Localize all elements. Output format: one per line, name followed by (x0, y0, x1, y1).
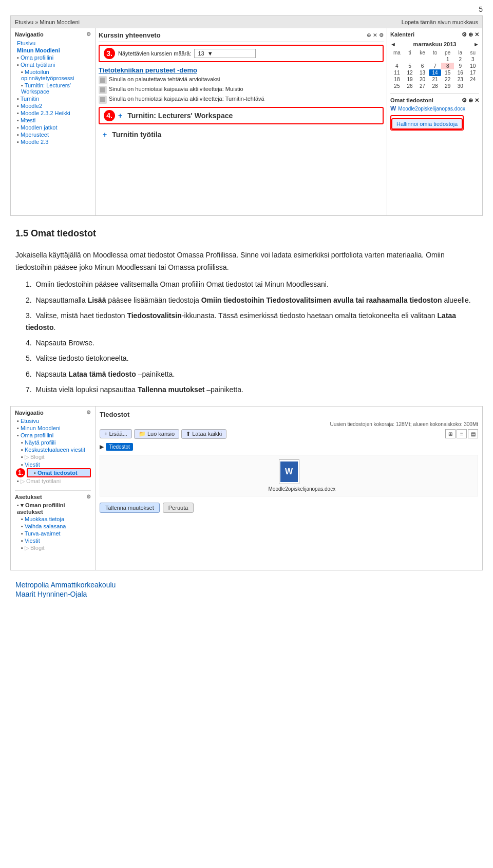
files-settings[interactable]: ⚙ (462, 97, 467, 104)
s2-keskustelualueen[interactable]: Keskustelualueen viestit (15, 446, 91, 453)
notification-icon-2 (99, 86, 107, 94)
screenshot-top: Etusivu » Minun Moodleni Lopeta tämän si… (10, 15, 483, 216)
detail-view-btn[interactable]: ▤ (468, 429, 478, 438)
sidebar-item-moodle23[interactable]: Moodle 2.3 (15, 138, 91, 145)
sidebar-item-turnitin[interactable]: Turnitin (15, 95, 91, 102)
s2-minun-moodleni[interactable]: Minun Moodleni (15, 424, 91, 432)
grid-view-btn[interactable]: ⊞ (445, 429, 456, 438)
day-header-pe: pe (441, 49, 454, 56)
manage-files-btn[interactable]: Hallinnoi omia tiedostoja (391, 118, 463, 130)
notification-3: Sinulla on huomiotasi kaipaavia aktiivit… (99, 96, 384, 104)
calendar-prev[interactable]: ◄ (390, 41, 396, 47)
footer: Metropolia Ammattikorkeakoulu Maarit Hyn… (15, 581, 478, 598)
plus-icon-2: + (103, 131, 107, 139)
sidebar-item-omat-tyotilani[interactable]: Omat työtilani (15, 61, 91, 68)
s2-etusivu[interactable]: Etusivu (15, 417, 91, 424)
add-icon: + (104, 431, 107, 437)
word-w-letter: W (280, 461, 298, 482)
list-view-btn[interactable]: ≡ (457, 429, 467, 438)
calendar-week-4: 18 19 20 21 22 23 24 (390, 76, 479, 83)
calendar-next[interactable]: ► (473, 41, 479, 47)
sidebar-item-moodle2[interactable]: Moodle2 (15, 102, 91, 109)
calendar-settings[interactable]: ⚙ (462, 31, 467, 38)
main-panel-header: Kurssin yhteenveto ⊕ ✕ ⚙ (99, 31, 384, 42)
file-grid-item-1: W Moodle2opiskelijanopas.docx (104, 459, 473, 492)
panel-controls: ⊕ ✕ ⚙ (367, 32, 384, 38)
save-changes-btn[interactable]: Tallenna muutokset (100, 503, 160, 513)
turnitin-workspace-link[interactable]: Turnitin: Lecturers' Workspace (127, 112, 233, 120)
sidebar2-nav-title: Navigaatio ⚙ (15, 410, 91, 416)
calendar-week-3: 11 12 13 14 15 16 17 (390, 69, 479, 76)
step3-highlight: 3. Näytettävien kurssien määrä: 13 ▼ (99, 45, 384, 62)
day-header-su: su (466, 49, 479, 56)
file-item-word[interactable]: W Moodle2opiskelijanopas.docx (390, 105, 479, 112)
sidebar-item-turnitin-workspace[interactable]: Turnitin: Lecturers' Workspace (15, 82, 91, 95)
calendar-week-1: 1 2 3 (390, 56, 479, 63)
s2-muokkaa-tietoja[interactable]: Muokkaa tietoja (15, 515, 91, 523)
asetukset-section: Asetukset ⚙ ▾ Oman profiilini asetukset … (15, 490, 91, 552)
turnitin-tyotila: + Turnitin työtila (99, 128, 384, 141)
calendar-week-2: 4 5 6 7 8 9 10 (390, 63, 479, 69)
s2-blogit[interactable]: ▷ Blogit (15, 453, 91, 461)
step-list-item-2: 2. Napsauttamalla Lisää pääsee lisäämään… (26, 294, 478, 306)
svg-rect-1 (100, 87, 105, 93)
step5-container: Hallinnoi omia tiedostoja (390, 115, 464, 131)
calendar-expand[interactable]: ⊕ (468, 31, 473, 38)
calendar-table: ma ti ke to pe la su 1 2 3 (390, 49, 479, 89)
sidebar-item-etusivu[interactable]: Etusivu (15, 40, 91, 47)
calendar-close[interactable]: ✕ (475, 31, 479, 38)
notification-icon-1 (99, 76, 107, 84)
sidebar-item-muotoilun[interactable]: Muotoilun opinnäytetyöprosessi (15, 68, 91, 82)
files-widget: Omat tiedostoni ⚙ ⊕ ✕ W Moodle2opiskelij… (390, 94, 479, 131)
s2-asetukset-blogit[interactable]: ▷ Blogit (15, 544, 91, 552)
sidebar-item-moodlen-jatkot[interactable]: Moodlen jatkot (15, 124, 91, 131)
s2-vaihda-salasana[interactable]: Vaihda salasana (15, 523, 91, 530)
create-folder-btn[interactable]: 📁 Luo kansio (134, 429, 179, 439)
step-list-item-4: 4. Napsauta Browse. (26, 337, 478, 348)
files-path-folder[interactable]: Tiedostot (106, 443, 133, 451)
asetukset-title: Asetukset ⚙ (15, 494, 91, 500)
sidebar-nav-title: Navigaatio ⚙ (15, 31, 91, 38)
upload-all-btn[interactable]: ⬆ Lataa kaikki (181, 429, 226, 439)
s2-omat-tyotilani[interactable]: ▷ Omat työtilani (15, 477, 91, 485)
notification-icon-3 (99, 96, 107, 104)
sidebar-item-mperusteet[interactable]: Mperusteet (15, 131, 91, 138)
turnitin-tyotila-label[interactable]: Turnitin työtila (112, 131, 161, 139)
sidebar-item-mtesti[interactable]: Mtesti (15, 117, 91, 124)
day-header-ke: ke (416, 49, 429, 56)
course-section: Tietotekniikan perusteet -demo Sinulla o… (99, 66, 384, 104)
s2-viestit[interactable]: Viestit (15, 461, 91, 468)
s2-turva-avaimet[interactable]: Turva-avaimet (15, 530, 91, 537)
files-expand[interactable]: ⊕ (468, 97, 473, 104)
sidebar-item-oma-profiilini[interactable]: Oma profiilini (15, 54, 91, 61)
courses-dropdown[interactable]: 13 ▼ (194, 49, 256, 58)
svg-rect-0 (100, 78, 105, 83)
path-expand[interactable]: ▶ (100, 444, 104, 450)
step1-highlight-row: 1. Omat tiedostot (16, 468, 91, 477)
calendar-week-5: 25 26 27 28 29 30 (390, 83, 479, 89)
day-header-ti: ti (404, 49, 416, 56)
page-number: 5 (479, 5, 483, 13)
plus-icon: + (118, 112, 122, 120)
s2-oma-profiilini[interactable]: Oma profiilini (15, 432, 91, 439)
s2-asetukset-viestit[interactable]: Viestit (15, 537, 91, 544)
sidebar-item-minun-moodleni[interactable]: Minun Moodleni (15, 47, 91, 54)
sidebar2-nav: Navigaatio ⚙ Etusivu Minun Moodleni Oma … (11, 407, 96, 570)
word-doc-icon[interactable]: W (279, 459, 299, 484)
files-panel-header: Tiedostot (100, 411, 478, 418)
s2-oman-profiilini-asetukset: ▾ Oman profiilini asetukset (15, 502, 91, 515)
add-file-btn[interactable]: + Lisää... (100, 429, 132, 438)
cancel-btn[interactable]: Peruuta (163, 503, 194, 513)
notification-2: Sinulla on huomiotasi kaipaavia aktiivit… (99, 86, 384, 94)
s2-omat-tiedostot[interactable]: Omat tiedostot (27, 468, 91, 477)
day-header-la: la (454, 49, 467, 56)
s2-nayta-profiili[interactable]: Näytä profiili (15, 439, 91, 446)
main-content-panel: Kurssin yhteenveto ⊕ ✕ ⚙ 3. Näytettävien… (96, 28, 387, 215)
files-panel: Tiedostot Uusien tiedostojen kokoraja: 1… (96, 407, 482, 570)
edit-page-btn[interactable]: Lopeta tämän sivun muokkaus (402, 19, 478, 25)
files-close[interactable]: ✕ (475, 97, 479, 104)
step1-badge: 1. (16, 468, 25, 477)
course-title[interactable]: Tietotekniikan perusteet -demo (99, 66, 384, 74)
step-list-item-5: 5. Valitse tiedosto tietokoneelta. (26, 353, 478, 364)
sidebar-item-moodle232[interactable]: Moodle 2.3.2 Heikki (15, 109, 91, 117)
